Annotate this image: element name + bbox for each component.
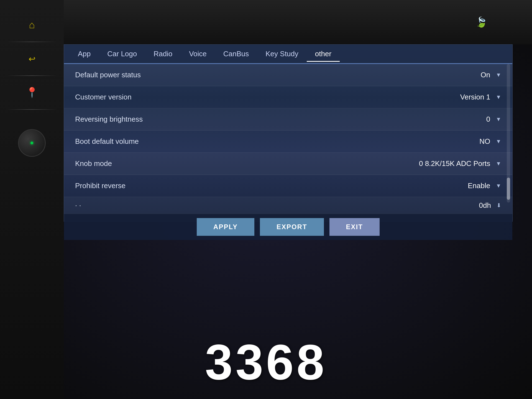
setting-label-prohibit-reverse: Prohibit reverse bbox=[75, 181, 126, 190]
dropdown-arrow-icon: ▼ bbox=[496, 72, 501, 78]
tab-radio[interactable]: Radio bbox=[145, 47, 181, 62]
home-icon: ⌂ bbox=[29, 19, 35, 31]
scroll-thumb bbox=[507, 178, 510, 200]
tab-voice[interactable]: Voice bbox=[181, 47, 215, 62]
back-button[interactable]: ↩ bbox=[24, 50, 40, 67]
setting-label-reversing-brightness: Reversing brightness bbox=[75, 115, 143, 124]
setting-value-knob-mode: 0 8.2K/15K ADC Ports bbox=[419, 159, 490, 168]
table-row: Knob mode 0 8.2K/15K ADC Ports ▼ bbox=[64, 153, 512, 175]
table-row: Prohibit reverse Enable ▼ bbox=[64, 175, 512, 197]
partial-row-value-container[interactable]: 0dh ⬇ bbox=[390, 201, 501, 210]
table-row: Customer version Version 1 ▼ bbox=[64, 86, 512, 108]
setting-value-container-customer-version[interactable]: Version 1 ▼ bbox=[390, 93, 501, 101]
setting-label-boot-default-volume: Boot default volume bbox=[75, 137, 139, 146]
dropdown-arrow-icon-2: ▼ bbox=[496, 94, 501, 100]
divider bbox=[6, 42, 57, 42]
setting-label-knob-mode: Knob mode bbox=[75, 159, 112, 168]
setting-label-customer-version: Customer version bbox=[75, 93, 132, 101]
setting-value-container-boot-default-volume[interactable]: NO ▼ bbox=[390, 137, 501, 146]
partial-row-label: · · bbox=[75, 201, 81, 210]
exit-button[interactable]: EXIT bbox=[329, 218, 380, 236]
settings-content: Default power status On ▼ Customer versi… bbox=[64, 64, 512, 214]
dropdown-arrow-icon-3: ▼ bbox=[496, 116, 501, 122]
setting-value-container-default-power-status[interactable]: On ▼ bbox=[390, 71, 501, 79]
export-button[interactable]: EXPORT bbox=[260, 218, 324, 236]
home-button[interactable]: ⌂ bbox=[24, 17, 40, 33]
tab-canbus[interactable]: CanBus bbox=[215, 47, 257, 62]
setting-value-customer-version: Version 1 bbox=[460, 93, 490, 101]
map-button[interactable]: 📍 bbox=[24, 84, 40, 101]
setting-label-default-power-status: Default power status bbox=[75, 71, 141, 79]
tab-bar: App Car Logo Radio Voice CanBus Key Stud… bbox=[64, 45, 512, 64]
tab-car-logo[interactable]: Car Logo bbox=[99, 47, 145, 62]
setting-value-container-prohibit-reverse[interactable]: Enable ▼ bbox=[390, 181, 501, 190]
device-number-display: 3368 bbox=[205, 333, 327, 391]
setting-value-prohibit-reverse: Enable bbox=[468, 181, 490, 190]
setting-value-boot-default-volume: NO bbox=[479, 137, 490, 146]
setting-value-container-knob-mode[interactable]: 0 8.2K/15K ADC Ports ▼ bbox=[390, 159, 501, 168]
partial-row-value: 0dh bbox=[479, 201, 491, 210]
table-row: Default power status On ▼ bbox=[64, 64, 512, 86]
partial-settings-row: · · 0dh ⬇ bbox=[64, 197, 512, 214]
tab-app[interactable]: App bbox=[70, 47, 99, 62]
volume-knob[interactable] bbox=[18, 129, 46, 157]
map-pin-icon: 📍 bbox=[26, 87, 38, 98]
setting-value-reversing-brightness: 0 bbox=[486, 115, 490, 124]
top-hardware-bar: ⏻ 🍃 bbox=[0, 0, 532, 44]
action-bar: APPLY EXPORT EXIT bbox=[64, 214, 512, 240]
scroll-indicator[interactable] bbox=[507, 64, 510, 203]
table-row: Boot default volume NO ▼ bbox=[64, 131, 512, 153]
table-row: Reversing brightness 0 ▼ bbox=[64, 108, 512, 131]
apply-button[interactable]: APPLY bbox=[197, 218, 254, 236]
main-display: App Car Logo Radio Voice CanBus Key Stud… bbox=[64, 44, 513, 222]
dropdown-arrow-icon-5: ▼ bbox=[496, 160, 501, 167]
dropdown-arrow-icon-7: ⬇ bbox=[497, 202, 501, 209]
left-hardware-panel: ⌂ ↩ 📍 bbox=[0, 0, 64, 399]
setting-value-container-reversing-brightness[interactable]: 0 ▼ bbox=[390, 115, 501, 124]
signal-indicator-icon: 🍃 bbox=[475, 16, 488, 28]
back-icon: ↩ bbox=[29, 54, 35, 64]
dropdown-arrow-icon-6: ▼ bbox=[496, 183, 501, 189]
dropdown-arrow-icon-4: ▼ bbox=[496, 138, 501, 145]
tab-key-study[interactable]: Key Study bbox=[257, 47, 307, 62]
divider-3 bbox=[6, 109, 57, 110]
setting-value-default-power-status: On bbox=[481, 71, 490, 79]
tab-other[interactable]: other bbox=[307, 47, 340, 62]
divider-2 bbox=[6, 75, 57, 76]
knob-indicator bbox=[30, 142, 33, 144]
